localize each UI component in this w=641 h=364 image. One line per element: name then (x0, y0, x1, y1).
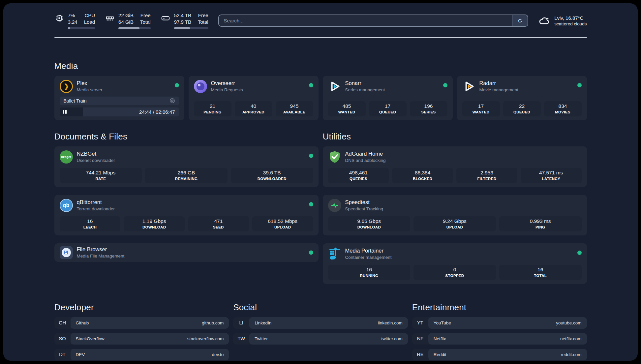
pause-icon[interactable] (63, 110, 67, 114)
stat-box: 22QUEUED (503, 101, 541, 116)
cpu-progressbar (68, 27, 95, 29)
link-github[interactable]: GH Githubgithub.com (54, 317, 229, 329)
nzbget-icon[interactable]: nzbget (60, 150, 73, 164)
stat-box: 16RUNNING (328, 265, 411, 280)
link-reddit[interactable]: RE Redditreddit.com (412, 349, 587, 360)
playback-time: 24:44 / 02:06:47 (139, 109, 175, 115)
cpu-icon (54, 13, 64, 23)
link-name: LinkedIn (255, 320, 271, 325)
disk-progressbar (174, 27, 208, 29)
overseerr-icon[interactable] (194, 80, 207, 93)
stat-box: 1.19 GbpsDOWNLOAD (124, 216, 185, 231)
stat-box: 86,384BLOCKED (392, 168, 453, 183)
stat-box: 2,953FILTERED (456, 168, 517, 183)
link-badge: NF (412, 333, 428, 345)
memory-label-1: Free (140, 12, 151, 19)
stat-box: 0.993 msPING (499, 216, 582, 231)
search-input[interactable] (219, 15, 512, 26)
link-name: StackOverflow (76, 336, 105, 341)
now-playing-title: Bullet Train (64, 98, 87, 104)
search-engine-button[interactable]: G (512, 15, 528, 26)
plex-icon[interactable]: ❯ (60, 80, 73, 93)
link-twitter[interactable]: TW Twittertwitter.com (233, 333, 408, 345)
now-playing-row: Bullet Train (60, 97, 179, 105)
weather-widget: Lviv, 16.87°C scattered clouds (538, 15, 587, 27)
stat-box: 9.24 GbpsUPLOAD (413, 216, 496, 231)
app-title: Overseerr (211, 80, 243, 87)
video-session-icon[interactable] (169, 98, 175, 104)
app-title: File Browser (77, 246, 125, 253)
memory-free: 22 GiB (118, 12, 134, 19)
app-title: Speedtest (345, 199, 383, 206)
app-title: AdGuard Home (345, 151, 386, 157)
link-name: YouTube (434, 320, 451, 325)
app-subtitle: Speedtest Tracking (345, 206, 383, 211)
status-dot (577, 83, 582, 87)
section-title-utilities: Utilities (323, 132, 587, 142)
dashboard-page: 7% 3.24 CPU Load (3, 3, 638, 361)
sonarr-card: Sonarr Series management 485WANTED 17QUE… (323, 76, 453, 120)
status-dot (309, 202, 313, 206)
memory-stat: 22 GiB 64 GiB Free Total (105, 12, 151, 29)
plex-card: ❯ Plex Media server Bullet Train (54, 76, 184, 120)
speedtest-icon[interactable] (328, 199, 341, 212)
radarr-icon[interactable] (462, 80, 475, 93)
link-badge: GH (54, 317, 71, 329)
link-linkedin[interactable]: LI LinkedInlinkedin.com (233, 317, 408, 329)
speedtest-card: Speedtest Speedtest Tracking 9.65 GbpsDO… (323, 195, 587, 235)
link-name: Reddit (434, 352, 446, 357)
stat-box: 498,461QUERIES (328, 168, 389, 183)
disk-label-2: Total (198, 19, 208, 25)
portainer-icon[interactable] (328, 247, 341, 260)
header-divider (54, 37, 587, 38)
radarr-card: Radarr Movie management 17WANTED 22QUEUE… (457, 76, 587, 120)
adguard-icon[interactable] (328, 150, 341, 164)
stat-box: 9.65 GbpsDOWNLOAD (328, 216, 411, 231)
stat-box: 196SERIES (410, 101, 447, 116)
stat-box: 0STOPPED (413, 265, 496, 280)
stat-box: 17QUEUED (369, 101, 407, 116)
cpu-label-2: Load (84, 19, 95, 25)
link-domain: youtube.com (556, 320, 581, 325)
link-stackoverflow[interactable]: SO StackOverflowstackoverflow.com (54, 333, 229, 345)
link-domain: twitter.com (381, 336, 403, 341)
qbittorrent-icon[interactable]: qb (60, 199, 73, 212)
link-badge: SO (54, 333, 71, 345)
stat-box: 16TOTAL (499, 265, 582, 280)
cpu-stat: 7% 3.24 CPU Load (54, 12, 95, 29)
memory-total: 64 GiB (118, 19, 134, 25)
stat-box: 744.21 MbpsRATE (60, 168, 142, 183)
stat-box: 40APPROVED (235, 101, 272, 116)
stat-box: 16LEECH (60, 216, 121, 231)
app-title: qBittorrent (77, 199, 115, 206)
app-subtitle: Media Requests (211, 87, 243, 92)
status-dot (309, 83, 313, 87)
memory-label-2: Total (140, 19, 151, 25)
weather-location-temp: Lviv, 16.87°C (554, 15, 587, 21)
stat-box: 17WANTED (462, 101, 500, 116)
app-title: Media Portainer (345, 248, 392, 254)
disk-total: 97.9 TB (174, 19, 191, 25)
stat-box: 47.571 msLATENCY (521, 168, 582, 183)
section-title-developer: Developer (54, 302, 229, 313)
filebrowser-icon[interactable] (60, 246, 73, 259)
link-netflix[interactable]: NF Netflixnetflix.com (412, 333, 587, 345)
status-dot (443, 83, 447, 87)
stat-box: 39.6 TBDOWNLOADED (231, 168, 313, 183)
cpu-label-1: CPU (84, 12, 95, 19)
disk-icon (161, 13, 170, 23)
link-badge: RE (412, 349, 428, 360)
app-title: NZBGet (77, 151, 115, 157)
link-domain: netflix.com (560, 336, 582, 341)
link-badge: YT (412, 317, 428, 329)
link-name: Netflix (434, 336, 446, 341)
app-subtitle: Media server (77, 87, 103, 92)
disk-free: 52.4 TB (174, 12, 191, 19)
link-domain: dev.to (212, 352, 224, 357)
status-dot (175, 83, 179, 87)
stat-box: 266 GBREMAINING (145, 168, 228, 183)
sonarr-icon[interactable] (328, 80, 341, 93)
link-domain: reddit.com (561, 352, 581, 357)
link-youtube[interactable]: YT YouTubeyoutube.com (412, 317, 587, 329)
link-dev[interactable]: DT DEVdev.to (54, 349, 229, 360)
